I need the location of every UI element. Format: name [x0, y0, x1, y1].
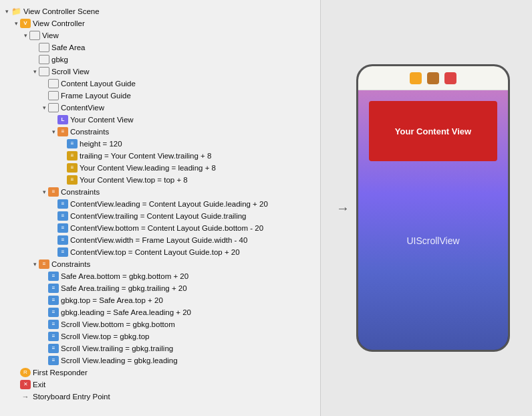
tree-item-constraints1[interactable]: ≡Constraints — [0, 126, 320, 138]
tree-item-gbkg[interactable]: gbkg — [0, 54, 320, 66]
tree-label-scene: View Controller Scene — [23, 7, 100, 15]
icon-constraint2: ≡ — [57, 127, 68, 136]
content-view-label: Your Content View — [395, 126, 471, 136]
tree-label-constraints1: Constraints — [70, 128, 109, 136]
uiscrollview-label: UIScrollView — [358, 235, 508, 246]
tree-label-c3_1: Safe Area.bottom = gbkg.bottom + 20 — [61, 272, 188, 280]
preview-panel: → Your Content View UIScrollView — [321, 0, 532, 416]
icon-constraint: ≡ — [67, 139, 78, 148]
status-icon-2 — [427, 72, 439, 84]
content-view-box: Your Content View — [369, 101, 497, 161]
tree-item-c3_6[interactable]: ≡Scroll View.top = gbkg.top — [0, 330, 320, 342]
tree-item-c3_2[interactable]: ≡Safe Area.trailing = gbkg.trailing + 20 — [0, 282, 320, 294]
tree-item-c3_8[interactable]: ≡Scroll View.leading = gbkg.leading — [0, 354, 320, 367]
icon-constraint: ≡ — [48, 344, 59, 353]
icon-constraint: ≡ — [57, 211, 68, 221]
tree-item-c2_leading[interactable]: ≡ContentView.leading = Content Layout Gu… — [0, 198, 320, 210]
icon-scene: 📁 — [11, 7, 21, 16]
tree-label-c_top: Your Content View.top = top + 8 — [80, 176, 188, 184]
tree-item-constraints2[interactable]: ≡Constraints — [0, 186, 320, 198]
icon-constraint3: ≡ — [67, 163, 78, 173]
device-mockup: Your Content View UIScrollView — [356, 64, 510, 352]
icon-exit: ✕ — [20, 380, 31, 389]
tree-label-constraints2: Constraints — [61, 188, 100, 196]
icon-constraint: ≡ — [48, 308, 59, 317]
tree-item-contentview[interactable]: ContentView — [0, 102, 320, 114]
tree-item-firstresponder[interactable]: RFirst Responder — [0, 367, 320, 379]
tree-item-vc[interactable]: VView Controller — [0, 17, 320, 29]
tree-label-c_leading: Your Content View.leading = leading + 8 — [80, 164, 216, 172]
tree-label-vc: View Controller — [33, 19, 85, 27]
tree-item-c2_bottom[interactable]: ≡ContentView.bottom = Content Layout Gui… — [0, 222, 320, 234]
icon-constraint: ≡ — [48, 296, 59, 305]
tree-label-exit: Exit — [33, 381, 45, 389]
tree-item-view[interactable]: View — [0, 29, 320, 41]
tree-item-contentlayout[interactable]: Content Layout Guide — [0, 78, 320, 90]
tree-item-c3_1[interactable]: ≡Safe Area.bottom = gbkg.bottom + 20 — [0, 270, 320, 282]
tree-label-c2_leading: ContentView.leading = Content Layout Gui… — [70, 200, 268, 208]
tree-label-yourcontentview: Your Content View — [70, 116, 134, 124]
tree-label-c_trailing: trailing = Your Content View.trailing + … — [80, 152, 211, 160]
tree-label-c2_top: ContentView.top = Content Layout Guide.t… — [70, 248, 240, 256]
tree-item-c_top[interactable]: ≡Your Content View.top = top + 8 — [0, 174, 320, 186]
tree-item-c3_7[interactable]: ≡Scroll View.trailing = gbkg.trailing — [0, 342, 320, 354]
tree-label-c3_3: gbkg.top = Safe Area.top + 20 — [61, 296, 163, 304]
tree-item-constraints3[interactable]: ≡Constraints — [0, 258, 320, 270]
tree-label-c3_2: Safe Area.trailing = gbkg.trailing + 20 — [61, 284, 187, 292]
tree-item-c_leading[interactable]: ≡Your Content View.leading = leading + 8 — [0, 162, 320, 174]
icon-constraint2: ≡ — [48, 187, 59, 197]
tree-item-c3_4[interactable]: ≡gbkg.leading = Safe Area.leading + 20 — [0, 306, 320, 318]
icon-constraint: ≡ — [48, 356, 59, 365]
tree-label-entrypoint: Storyboard Entry Point — [33, 393, 110, 401]
icon-content-layout — [48, 79, 59, 88]
icon-constraint2: ≡ — [39, 259, 49, 269]
arrow-icon: → — [336, 201, 350, 216]
icon-view — [48, 103, 59, 112]
tree-label-constraints3: Constraints — [51, 260, 90, 268]
tree-label-contentview: ContentView — [61, 104, 104, 112]
icon-constraint3: ≡ — [67, 151, 78, 161]
tree-item-entrypoint[interactable]: →Storyboard Entry Point — [0, 391, 320, 403]
tree-item-c3_5[interactable]: ≡Scroll View.bottom = gbkg.bottom — [0, 318, 320, 330]
tree-label-c3_5: Scroll View.bottom = gbkg.bottom — [61, 320, 175, 328]
tree-label-contentlayout: Content Layout Guide — [61, 80, 136, 88]
tree-label-c2_trailing: ContentView.trailing = Content Layout Gu… — [70, 212, 247, 220]
tree-item-c3_3[interactable]: ≡gbkg.top = Safe Area.top + 20 — [0, 294, 320, 306]
tree-item-c2_top[interactable]: ≡ContentView.top = Content Layout Guide.… — [0, 246, 320, 258]
tree-label-safearea: Safe Area — [51, 43, 86, 51]
icon-entry: → — [20, 392, 31, 401]
icon-constraint: ≡ — [57, 247, 68, 257]
tree-item-c2_trailing[interactable]: ≡ContentView.trailing = Content Layout G… — [0, 210, 320, 222]
icon-constraint: ≡ — [57, 199, 68, 209]
status-icon-1 — [410, 72, 422, 84]
tree-label-framelayout: Frame Layout Guide — [61, 92, 131, 100]
icon-label: L — [57, 115, 68, 124]
icon-content-layout — [48, 91, 59, 100]
tree-item-scrollview[interactable]: Scroll View — [0, 66, 320, 78]
tree-label-c3_8: Scroll View.leading = gbkg.leading — [61, 356, 178, 365]
icon-scroll — [39, 67, 49, 76]
tree-item-exit[interactable]: ✕Exit — [0, 379, 320, 391]
icon-constraint: ≡ — [48, 272, 59, 281]
icon-safearea — [39, 43, 49, 52]
tree-item-c_height[interactable]: ≡height = 120 — [0, 138, 320, 150]
icon-constraint: ≡ — [48, 320, 59, 329]
tree-label-c3_7: Scroll View.trailing = gbkg.trailing — [61, 344, 173, 352]
tree-item-c2_width[interactable]: ≡ContentView.width = Frame Layout Guide.… — [0, 234, 320, 246]
tree-item-yourcontentview[interactable]: LYour Content View — [0, 114, 320, 126]
tree-item-framelayout[interactable]: Frame Layout Guide — [0, 90, 320, 102]
tree-label-c3_4: gbkg.leading = Safe Area.leading + 20 — [61, 308, 191, 316]
icon-constraint: ≡ — [57, 235, 68, 245]
tree-label-view: View — [42, 31, 59, 39]
tree-item-c_trailing[interactable]: ≡trailing = Your Content View.trailing +… — [0, 150, 320, 162]
tree-item-scene[interactable]: 📁View Controller Scene — [0, 5, 320, 17]
tree-item-safearea[interactable]: Safe Area — [0, 41, 320, 54]
icon-constraint3: ≡ — [67, 175, 78, 185]
icon-view — [39, 55, 49, 64]
icon-constraint: ≡ — [48, 284, 59, 293]
scroll-area: Your Content View UIScrollView — [358, 90, 508, 350]
icon-fr: R — [20, 368, 31, 377]
icon-constraint: ≡ — [48, 332, 59, 341]
tree-label-c_height: height = 120 — [80, 140, 122, 148]
tree-label-c3_6: Scroll View.top = gbkg.top — [61, 332, 149, 340]
